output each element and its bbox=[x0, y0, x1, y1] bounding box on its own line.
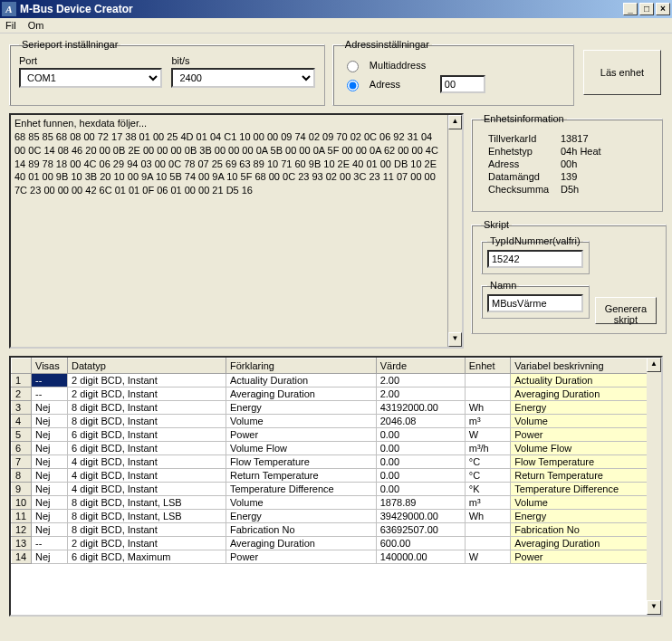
table-cell[interactable]: Energy bbox=[226, 510, 376, 523]
adress-input[interactable] bbox=[440, 75, 485, 93]
hex-scrollbar[interactable]: ▲ ▼ bbox=[447, 115, 462, 347]
table-cell[interactable]: Volume Flow bbox=[511, 442, 661, 455]
table-cell[interactable]: m³/h bbox=[465, 442, 511, 455]
las-enhet-button[interactable]: Läs enhet bbox=[583, 50, 661, 95]
table-cell[interactable]: Volume bbox=[226, 415, 376, 428]
table-cell[interactable]: Averaging Duration bbox=[511, 387, 661, 401]
table-cell[interactable]: 7 bbox=[12, 455, 32, 469]
table-cell[interactable] bbox=[465, 374, 511, 387]
table-cell[interactable]: Actuality Duration bbox=[511, 374, 661, 387]
table-row[interactable]: 8Nej4 digit BCD, InstantReturn Temperatu… bbox=[12, 469, 661, 483]
table-cell[interactable]: 6 digit BCD, Instant bbox=[68, 442, 226, 455]
table-cell[interactable] bbox=[465, 523, 511, 537]
table-row[interactable]: 2--2 digit BCD, InstantAveraging Duratio… bbox=[12, 387, 661, 401]
table-cell[interactable]: Nej bbox=[32, 523, 68, 537]
table-cell[interactable]: 10 bbox=[12, 496, 32, 510]
table-cell[interactable]: 43192000.00 bbox=[376, 401, 465, 415]
adress-radio[interactable] bbox=[347, 80, 359, 91]
table-cell[interactable]: Temperature Difference bbox=[226, 483, 376, 496]
table-cell[interactable]: Nej bbox=[32, 455, 68, 469]
table-cell[interactable]: 2 bbox=[12, 387, 32, 401]
table-cell[interactable]: Nej bbox=[32, 483, 68, 496]
table-cell[interactable]: 2 digit BCD, Instant bbox=[68, 537, 226, 550]
table-cell[interactable]: 39429000.00 bbox=[376, 510, 465, 523]
table-cell[interactable]: W bbox=[465, 428, 511, 442]
close-button[interactable]: × bbox=[656, 3, 670, 15]
table-cell[interactable]: 0.00 bbox=[376, 469, 465, 483]
table-header[interactable]: Visas bbox=[32, 359, 68, 374]
table-row[interactable]: 12Nej8 digit BCD, InstantFabrication No6… bbox=[12, 523, 661, 537]
table-cell[interactable]: Energy bbox=[511, 510, 661, 523]
table-cell[interactable]: °K bbox=[465, 483, 511, 496]
table-cell[interactable]: 14 bbox=[12, 550, 32, 564]
table-cell[interactable]: 3 bbox=[12, 401, 32, 415]
table-cell[interactable]: Nej bbox=[32, 496, 68, 510]
scroll-up-icon[interactable]: ▲ bbox=[647, 358, 661, 372]
table-row[interactable]: 7Nej4 digit BCD, InstantFlow Temperature… bbox=[12, 455, 661, 469]
table-cell[interactable]: Volume Flow bbox=[226, 442, 376, 455]
bits-dropdown[interactable]: 2400 bbox=[171, 68, 314, 88]
table-cell[interactable]: Nej bbox=[32, 401, 68, 415]
table-cell[interactable]: -- bbox=[32, 387, 68, 401]
table-cell[interactable]: Volume bbox=[226, 496, 376, 510]
table-cell[interactable]: 1878.89 bbox=[376, 496, 465, 510]
table-cell[interactable]: 0.00 bbox=[376, 483, 465, 496]
table-cell[interactable]: 8 digit BCD, Instant bbox=[68, 523, 226, 537]
hex-textarea[interactable]: Enhet funnen, hexdata följer... 68 85 85… bbox=[9, 113, 464, 349]
table-cell[interactable]: 8 digit BCD, Instant, LSB bbox=[68, 496, 226, 510]
table-header[interactable] bbox=[12, 359, 32, 374]
table-row[interactable]: 6Nej6 digit BCD, InstantVolume Flow0.00m… bbox=[12, 442, 661, 455]
table-cell[interactable]: 4 digit BCD, Instant bbox=[68, 469, 226, 483]
table-cell[interactable]: 4 digit BCD, Instant bbox=[68, 455, 226, 469]
table-cell[interactable]: 8 digit BCD, Instant bbox=[68, 401, 226, 415]
table-cell[interactable]: Volume bbox=[511, 415, 661, 428]
table-cell[interactable]: 2.00 bbox=[376, 374, 465, 387]
table-cell[interactable]: Nej bbox=[32, 442, 68, 455]
minimize-button[interactable]: _ bbox=[623, 3, 638, 15]
table-cell[interactable]: Nej bbox=[32, 510, 68, 523]
table-cell[interactable]: 8 digit BCD, Instant, LSB bbox=[68, 510, 226, 523]
table-cell[interactable]: 2 digit BCD, Instant bbox=[68, 387, 226, 401]
table-cell[interactable]: Averaging Duration bbox=[511, 537, 661, 550]
table-header[interactable]: Värde bbox=[376, 359, 465, 374]
table-row[interactable]: 1--2 digit BCD, InstantActuality Duratio… bbox=[12, 374, 661, 387]
table-cell[interactable]: 0.00 bbox=[376, 442, 465, 455]
table-cell[interactable]: 1 bbox=[12, 374, 32, 387]
table-cell[interactable]: Averaging Duration bbox=[226, 537, 376, 550]
table-cell[interactable]: m³ bbox=[465, 496, 511, 510]
table-row[interactable]: 14Nej6 digit BCD, MaximumPower140000.00W… bbox=[12, 550, 661, 564]
table-cell[interactable]: W bbox=[465, 550, 511, 564]
multiaddress-radio[interactable] bbox=[347, 61, 359, 72]
table-cell[interactable]: Energy bbox=[226, 401, 376, 415]
table-row[interactable]: 9Nej4 digit BCD, InstantTemperature Diff… bbox=[12, 483, 661, 496]
table-row[interactable]: 10Nej8 digit BCD, Instant, LSBVolume1878… bbox=[12, 496, 661, 510]
table-row[interactable]: 13--2 digit BCD, InstantAveraging Durati… bbox=[12, 537, 661, 550]
menu-fil[interactable]: Fil bbox=[5, 20, 16, 31]
table-cell[interactable] bbox=[465, 537, 511, 550]
table-cell[interactable]: 2.00 bbox=[376, 387, 465, 401]
table-row[interactable]: 4Nej8 digit BCD, InstantVolume2046.08m³V… bbox=[12, 415, 661, 428]
table-cell[interactable]: m³ bbox=[465, 415, 511, 428]
table-cell[interactable]: °C bbox=[465, 455, 511, 469]
table-cell[interactable]: 11 bbox=[12, 510, 32, 523]
table-cell[interactable]: 600.00 bbox=[376, 537, 465, 550]
table-cell[interactable]: Energy bbox=[511, 401, 661, 415]
table-cell[interactable]: 5 bbox=[12, 428, 32, 442]
table-cell[interactable]: Return Temperature bbox=[226, 469, 376, 483]
scroll-down-icon[interactable]: ▼ bbox=[448, 332, 462, 347]
table-cell[interactable]: Nej bbox=[32, 428, 68, 442]
table-header[interactable]: Variabel beskrivning bbox=[511, 359, 661, 374]
table-cell[interactable]: 6 digit BCD, Instant bbox=[68, 428, 226, 442]
table-cell[interactable]: Fabrication No bbox=[511, 523, 661, 537]
table-cell[interactable]: 0.00 bbox=[376, 455, 465, 469]
table-cell[interactable]: 13 bbox=[12, 537, 32, 550]
table-cell[interactable]: Fabrication No bbox=[226, 523, 376, 537]
table-cell[interactable]: -- bbox=[32, 374, 68, 387]
menu-om[interactable]: Om bbox=[28, 20, 44, 31]
table-cell[interactable]: Volume bbox=[511, 496, 661, 510]
namn-input[interactable] bbox=[487, 294, 583, 312]
table-cell[interactable]: Nej bbox=[32, 469, 68, 483]
table-cell[interactable]: 0.00 bbox=[376, 428, 465, 442]
table-header[interactable]: Förklaring bbox=[226, 359, 376, 374]
table-cell[interactable]: 8 digit BCD, Instant bbox=[68, 415, 226, 428]
